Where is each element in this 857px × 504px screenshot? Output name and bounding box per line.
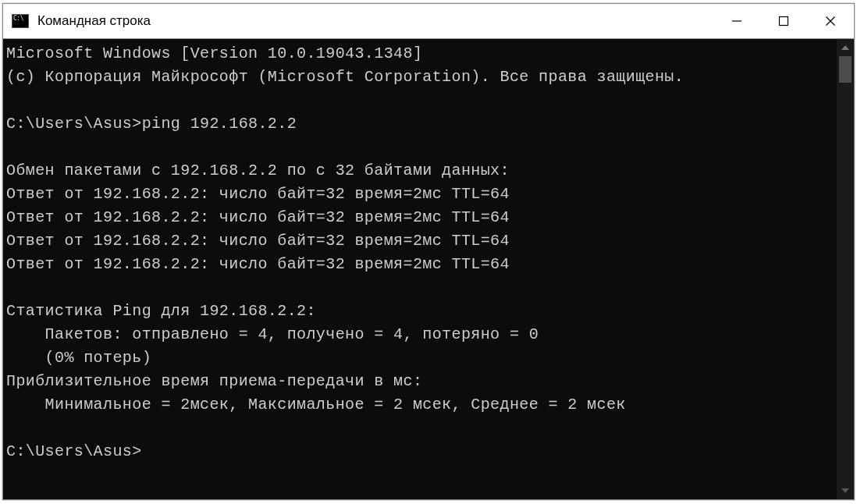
terminal-output[interactable]: Microsoft Windows [Version 10.0.19043.13… <box>3 39 837 499</box>
scroll-down-arrow[interactable] <box>837 482 854 499</box>
client-area: Microsoft Windows [Version 10.0.19043.13… <box>3 39 854 499</box>
svg-line-3 <box>827 17 835 26</box>
svg-marker-5 <box>841 488 849 493</box>
scroll-up-arrow[interactable] <box>837 39 854 56</box>
svg-rect-1 <box>780 17 788 26</box>
window-controls <box>713 4 854 38</box>
scroll-thumb[interactable] <box>839 56 852 83</box>
window-title: Командная строка <box>37 13 713 29</box>
svg-line-2 <box>827 17 835 26</box>
minimize-button[interactable] <box>713 4 760 38</box>
vertical-scrollbar[interactable] <box>837 39 854 499</box>
maximize-button[interactable] <box>760 4 807 38</box>
app-icon <box>11 13 30 29</box>
command-prompt-window: Командная строка Microsoft Windows [Vers… <box>2 3 855 500</box>
scroll-track[interactable] <box>837 56 854 482</box>
cmd-icon <box>12 14 29 28</box>
close-button[interactable] <box>807 4 854 38</box>
svg-marker-4 <box>841 45 849 50</box>
titlebar[interactable]: Командная строка <box>3 4 854 39</box>
